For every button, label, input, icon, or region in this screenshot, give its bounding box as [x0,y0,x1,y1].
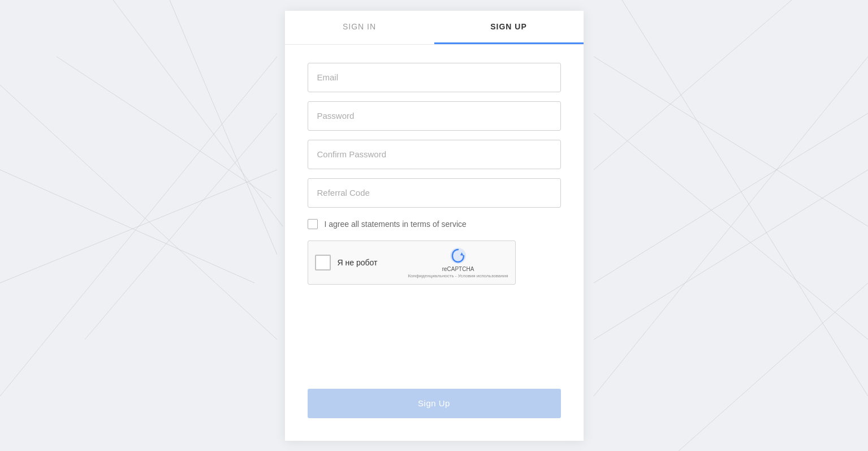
email-field[interactable] [308,63,561,92]
recaptcha-links-text: Конфиденциальность - Условия использован… [408,273,508,278]
recaptcha-branding: reCAPTCHA Конфиденциальность - Условия и… [408,247,508,278]
recaptcha-logo-icon [449,247,467,265]
terms-checkbox[interactable] [308,219,318,229]
tab-sign-up[interactable]: SIGN UP [434,11,584,44]
recaptcha-brand-text: reCAPTCHA [442,266,474,272]
signup-button[interactable]: Sign Up [308,389,561,418]
terms-label: I agree all statements in terms of servi… [325,220,467,229]
password-field[interactable] [308,101,561,131]
tab-sign-in[interactable]: SIGN IN [285,11,434,44]
recaptcha-checkbox[interactable] [315,255,331,270]
signup-form: I agree all statements in terms of servi… [285,45,584,377]
auth-card: SIGN IN SIGN UP I agree all statements i… [285,11,584,441]
recaptcha-label: Я не робот [338,258,401,267]
recaptcha-widget[interactable]: Я не робот reCAPTCHA Конфиденциальность … [308,240,516,285]
terms-row: I agree all statements in terms of servi… [308,219,561,229]
confirm-password-field[interactable] [308,140,561,169]
referral-code-field[interactable] [308,178,561,208]
auth-tabs: SIGN IN SIGN UP [285,11,584,45]
